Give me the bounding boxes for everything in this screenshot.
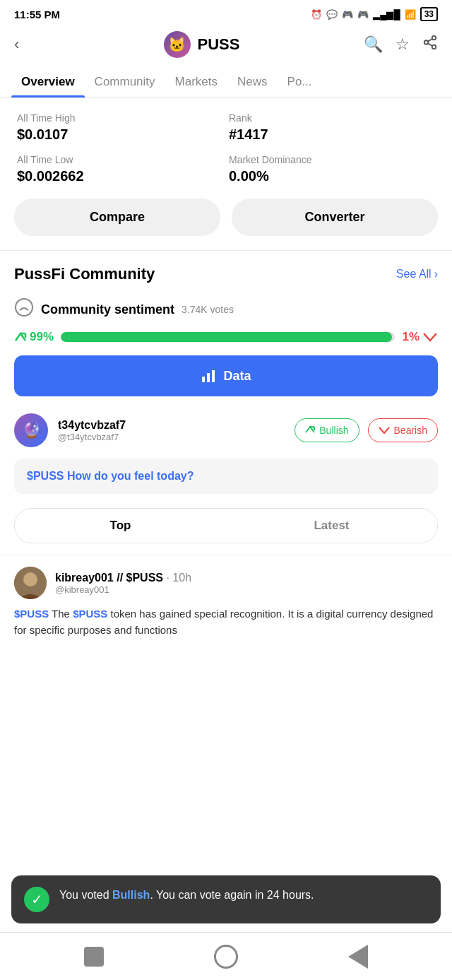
sentiment-icon	[14, 297, 34, 321]
filter-tab-top[interactable]: Top	[15, 509, 226, 543]
svg-line-3	[428, 43, 432, 46]
rank-value: #1417	[229, 126, 438, 143]
nav-square-button[interactable]	[81, 943, 107, 970]
market-dom-label: Market Dominance	[229, 154, 438, 165]
status-bar: 11:55 PM ⏰ 💬 🎮 🎮 ▂▄▆█ 📶 33	[0, 0, 452, 25]
converter-button[interactable]: Converter	[232, 199, 438, 236]
star-button[interactable]: ☆	[396, 35, 410, 54]
svg-rect-10	[212, 370, 215, 382]
stats-grid: All Time High $0.0107 Rank #1417 All Tim…	[0, 98, 452, 191]
all-time-low-item: All Time Low $0.002662	[14, 154, 226, 184]
square-icon	[84, 947, 104, 967]
sentiment-bar-row: 99% 1%	[0, 330, 452, 355]
data-button[interactable]: Data	[14, 355, 438, 396]
post-card: kibreay001 // $PUSS · 10h @kibreay001 $P…	[0, 555, 452, 649]
svg-rect-8	[202, 377, 205, 382]
all-time-low-value: $0.002662	[17, 168, 226, 184]
header-actions: 🔍 ☆	[364, 35, 438, 54]
alarm-icon: ⏰	[311, 9, 322, 20]
filter-tabs: Top Latest	[14, 508, 438, 543]
post-input-row: 🔮 t34ytcvbzaf7 @t34ytcvbzaf7 Bullish Bea…	[0, 413, 452, 454]
svg-point-0	[432, 36, 436, 40]
navigation-bar	[0, 932, 452, 980]
battery-icon: 33	[420, 7, 438, 21]
post-author-handle: @kibreay001	[55, 584, 438, 595]
game-icon-1: 🎮	[342, 9, 353, 20]
bearish-percentage: 1%	[402, 330, 438, 344]
back-button[interactable]: ‹	[14, 35, 40, 54]
filter-tab-latest[interactable]: Latest	[226, 509, 437, 543]
divider	[0, 250, 452, 251]
community-section-header: PussFi Community See All ›	[0, 265, 452, 297]
see-all-button[interactable]: See All ›	[396, 268, 438, 281]
sentiment-bar	[61, 332, 395, 342]
all-time-high-label: All Time High	[17, 112, 226, 124]
page-title: PUSS	[198, 35, 240, 54]
status-time: 11:55 PM	[14, 8, 60, 20]
bullish-vote-button[interactable]: Bullish	[295, 418, 359, 442]
sentiment-votes: 3.74K votes	[182, 304, 234, 315]
sentiment-label: Community sentiment	[41, 302, 174, 317]
svg-point-1	[424, 40, 429, 45]
nav-tabs: Overview Community Markets News Po...	[0, 66, 452, 98]
compare-button[interactable]: Compare	[14, 199, 220, 236]
all-time-high-value: $0.0107	[17, 126, 226, 143]
svg-point-2	[432, 45, 436, 49]
svg-rect-9	[207, 373, 210, 382]
tab-news[interactable]: News	[227, 66, 278, 98]
post-user-handle: @t34ytcvbzaf7	[58, 432, 285, 442]
vote-buttons: Bullish Bearish	[295, 418, 438, 442]
circle-icon	[214, 945, 238, 969]
post-author-avatar	[14, 567, 47, 599]
user-info: t34ytcvbzaf7 @t34ytcvbzaf7	[58, 419, 285, 442]
all-time-high-item: All Time High $0.0107	[14, 112, 226, 143]
action-buttons-row: Compare Converter	[0, 191, 452, 250]
market-dom-value: 0.00%	[229, 168, 438, 184]
toast-check-icon: ✓	[24, 887, 49, 912]
sentiment-row: Community sentiment 3.74K votes	[0, 297, 452, 330]
search-button[interactable]: 🔍	[364, 35, 383, 54]
tab-community[interactable]: Community	[85, 66, 165, 98]
bullish-percentage: 99%	[14, 330, 54, 344]
coin-icon: 🐱	[164, 31, 191, 58]
nav-spacer	[0, 649, 452, 697]
bearish-vote-button[interactable]: Bearish	[368, 418, 438, 442]
wifi-icon: 📶	[405, 9, 416, 20]
game-icon-2: 🎮	[357, 9, 369, 20]
rank-item: Rank #1417	[226, 112, 438, 143]
ticker-mention: $PUSS	[27, 470, 64, 482]
toast-notification: ✓ You voted Bullish. You can vote again …	[11, 875, 441, 923]
post-author-name: kibreay001 // $PUSS · 10h	[55, 572, 438, 584]
nav-home-button[interactable]	[213, 943, 239, 970]
signal-bars: ▂▄▆█	[373, 9, 400, 20]
post-input-area[interactable]: $PUSS How do you feel today?	[14, 459, 438, 494]
post-username: t34ytcvbzaf7	[58, 419, 285, 432]
post-content: $PUSS The $PUSS token has gained special…	[14, 606, 438, 638]
share-button[interactable]	[422, 35, 438, 54]
status-icons: ⏰ 💬 🎮 🎮 ▂▄▆█ 📶 33	[311, 7, 438, 21]
community-section-title: PussFi Community	[14, 265, 155, 283]
triangle-icon	[348, 945, 368, 969]
whatsapp-icon: 💬	[326, 9, 338, 20]
user-avatar: 🔮	[14, 413, 48, 447]
header: ‹ 🐱 PUSS 🔍 ☆	[0, 25, 452, 66]
post-header: kibreay001 // $PUSS · 10h @kibreay001	[14, 567, 438, 599]
header-title-group: 🐱 PUSS	[164, 31, 240, 58]
sentiment-bar-fill	[61, 332, 392, 342]
svg-line-4	[428, 39, 432, 42]
tab-more[interactable]: Po...	[278, 66, 322, 98]
tab-overview[interactable]: Overview	[11, 66, 85, 98]
nav-back-button[interactable]	[345, 943, 371, 970]
svg-point-14	[23, 572, 37, 586]
rank-label: Rank	[229, 112, 438, 124]
all-time-low-label: All Time Low	[17, 154, 226, 165]
post-placeholder: $PUSS How do you feel today?	[27, 470, 194, 482]
toast-message: You voted Bullish. You can vote again in…	[59, 887, 314, 904]
tab-markets[interactable]: Markets	[165, 66, 227, 98]
post-user-info: kibreay001 // $PUSS · 10h @kibreay001	[55, 572, 438, 595]
market-dom-item: Market Dominance 0.00%	[226, 154, 438, 184]
